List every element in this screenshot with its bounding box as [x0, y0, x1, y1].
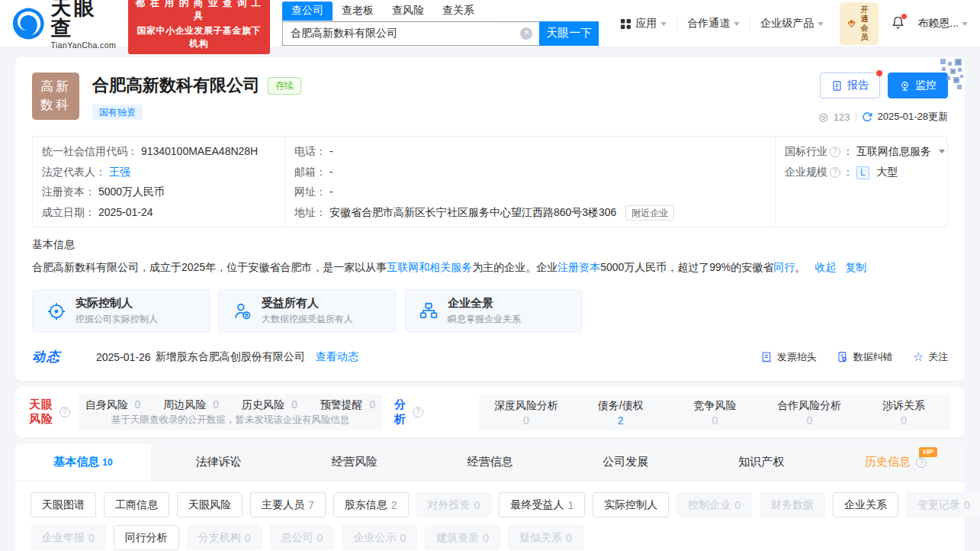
tab-label: 基本信息 — [53, 455, 99, 469]
section-button[interactable]: 总公司 0 — [270, 525, 335, 550]
risk-item[interactable]: 周边风险 0 — [163, 398, 219, 412]
vip-diamond-icon — [847, 17, 856, 31]
search-tab[interactable]: 查老板 — [333, 2, 383, 21]
tab[interactable]: 公司发展 — [557, 443, 693, 481]
data-correction-button[interactable]: 数据纠错 — [837, 350, 893, 364]
dynamic-actions: 发票抬头 数据纠错 ☆ 关注 — [760, 350, 948, 364]
vip-upgrade-button[interactable]: 开通 会员 — [840, 2, 879, 45]
detail-tabs-card: 基本信息 10 法律诉讼 经营风险 经营信息 — [15, 443, 965, 551]
section-button-label: 主要人员 — [262, 498, 304, 512]
report-button[interactable]: 报告 — [820, 72, 880, 98]
industry-link[interactable]: 互联网和相关服务 — [387, 261, 472, 273]
section-button[interactable]: 对外投资 0 — [416, 492, 492, 517]
help-icon[interactable] — [830, 147, 840, 157]
analysis-item-count: 0 — [479, 414, 574, 427]
section-button[interactable]: 企业公示 0 — [342, 525, 417, 550]
section-button-count: 0 — [964, 499, 970, 511]
risk-item[interactable]: 预警提醒 0 — [320, 398, 376, 412]
company-logo-line1: 高新 — [40, 78, 71, 96]
view-dynamics-link[interactable]: 查看动态 — [316, 350, 358, 364]
follow-button[interactable]: ☆ 关注 — [913, 350, 948, 364]
risk-item[interactable]: 历史风险 0 — [242, 398, 297, 412]
dynamic-row: 动态 2025-01-26 新增股东合肥高创股份有限公司 查看动态 发票抬头 数… — [32, 348, 948, 366]
basic-info-label: 基本信息 — [32, 238, 948, 252]
peers-link[interactable]: 同行 — [773, 261, 795, 273]
clear-input-icon[interactable] — [520, 27, 532, 40]
risk-summary-box: 自身风险 0 周边风险 0 历史风险 0 预警提醒 0 基于天眼查收录 — [79, 394, 382, 430]
info-column-left: 统一社会信用代码： 91340100MAEA48N28H 法定代表人： 王强 注… — [33, 137, 284, 227]
tab[interactable]: VIP 历史信息 — [829, 443, 965, 481]
section-button[interactable]: 财务数据 — [760, 492, 825, 517]
section-button[interactable]: 主要人员 7 — [250, 492, 326, 517]
tab-bar: 基本信息 10 法律诉讼 经营风险 经营信息 — [15, 443, 965, 482]
company-graph-card[interactable]: 企业全景 瞬息掌握企业关系 — [404, 289, 583, 333]
section-button[interactable]: 工商信息 — [104, 492, 169, 517]
nav-partner[interactable]: 合作通道 — [676, 17, 750, 31]
caret-down-icon — [818, 22, 824, 26]
invoice-title-button[interactable]: 发票抬头 — [760, 350, 817, 364]
registered-capital-link[interactable]: 注册资本 — [557, 261, 600, 273]
tab[interactable]: 知识产权 — [693, 443, 829, 481]
section-button[interactable]: 实际控制人 — [593, 492, 669, 517]
section-button[interactable]: 同行分析 — [114, 525, 179, 550]
help-icon[interactable] — [830, 167, 840, 178]
chevron-down-icon[interactable] — [939, 150, 945, 153]
help-icon[interactable] — [413, 407, 423, 417]
section-button[interactable]: 最终受益人 1 — [499, 492, 585, 517]
info-field: 注册资本： 5000万人民币 — [33, 182, 284, 202]
nearby-companies-button[interactable]: 附近企业 — [625, 205, 674, 221]
search-button[interactable]: 天眼一下 — [539, 21, 599, 46]
analysis-item[interactable]: 竞争风险 0 — [668, 399, 763, 427]
section-button[interactable]: 企业年报 0 — [31, 525, 106, 550]
analysis-item[interactable]: 合作风险分析 0 — [762, 399, 856, 427]
section-button-label: 工商信息 — [115, 498, 158, 512]
section-button[interactable]: 天眼图谱 — [31, 492, 96, 517]
info-field: 法定代表人： 王强 — [33, 162, 284, 182]
company-header: 高新 数科 合肥高新数科有限公司 存续 国有独资 报告 — [32, 72, 948, 124]
analysis-item[interactable]: 债务/债权 2 — [574, 399, 668, 427]
views-count: 123 — [834, 111, 850, 123]
analysis-item[interactable]: 涉诉关系 0 — [856, 399, 951, 427]
help-icon[interactable] — [59, 407, 70, 417]
nav-apps[interactable]: 应用 — [609, 17, 676, 31]
search-tab[interactable]: 查风险 — [383, 2, 433, 21]
search-tab[interactable]: 查关系 — [433, 2, 484, 21]
section-button[interactable]: 疑似关系 0 — [508, 525, 583, 550]
section-button[interactable]: 分支机构 0 — [187, 525, 262, 550]
info-value: - — [329, 145, 333, 157]
tab[interactable]: 经营信息 — [423, 443, 558, 481]
caret-down-icon — [660, 22, 667, 26]
dynamic-text: 新增股东合肥高创股份有限公司 — [156, 350, 305, 364]
beneficial-owner-card[interactable]: 受益所有人 大数据挖掘受益所有人 — [218, 289, 397, 333]
vip-label-line1: 开通 — [861, 5, 872, 24]
ownership-tag[interactable]: 国有独资 — [92, 105, 143, 120]
org-chart-icon — [419, 301, 439, 321]
tab[interactable]: 经营风险 — [287, 443, 423, 481]
actual-controller-card[interactable]: 实际控制人 挖掘公司实际控制人 — [32, 289, 210, 333]
refresh-icon[interactable] — [862, 111, 872, 122]
section-button[interactable]: 建筑资质 0 — [425, 525, 500, 550]
analysis-item[interactable]: 深度风险分析 0 — [479, 399, 574, 427]
user-menu[interactable]: 布赖恩... — [911, 17, 968, 31]
section-button[interactable]: 变更记录 0 — [906, 492, 980, 517]
tab[interactable]: 法律诉讼 — [151, 443, 287, 481]
tianyancha-logo[interactable]: 天眼查 TianYanCha.com — [12, 0, 117, 50]
analysis-item-label: 债务/债权 — [574, 399, 668, 413]
nav-apps-label: 应用 — [635, 17, 657, 31]
tab[interactable]: 基本信息 10 — [15, 443, 151, 481]
section-button[interactable]: 企业关系 — [833, 492, 898, 517]
analysis-item-label: 竞争风险 — [668, 399, 763, 413]
company-card: 高新 数科 合肥高新数科有限公司 存续 国有独资 报告 — [15, 57, 965, 381]
section-button[interactable]: 天眼风险 — [177, 492, 243, 517]
search-tab[interactable]: 查公司 — [282, 2, 333, 21]
collapse-link[interactable]: 收起 — [815, 261, 836, 273]
notifications-button[interactable] — [891, 15, 905, 32]
search-tab-label: 查风险 — [392, 4, 424, 16]
risk-item[interactable]: 自身风险 0 — [85, 398, 141, 412]
analysis-item-count: 0 — [856, 414, 951, 427]
copy-link[interactable]: 复制 — [845, 261, 866, 273]
section-button[interactable]: 股东信息 2 — [333, 492, 409, 517]
search-input[interactable] — [282, 21, 539, 46]
nav-enterprise[interactable]: 企业级产品 — [750, 17, 834, 31]
section-button[interactable]: 控制企业 0 — [676, 492, 752, 517]
